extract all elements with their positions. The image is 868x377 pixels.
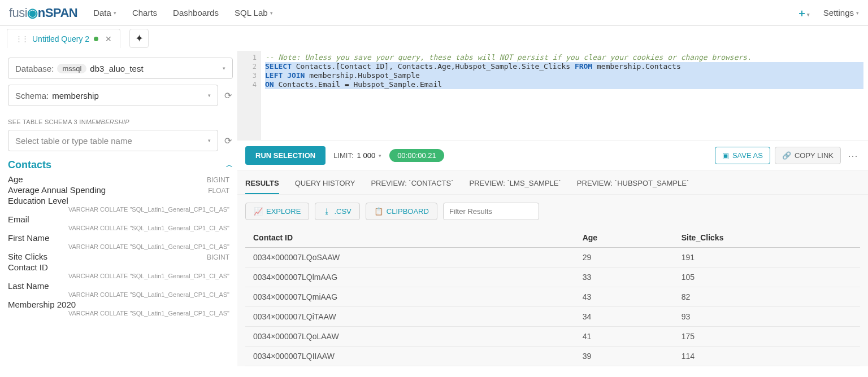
save-as-button[interactable]: ▣SAVE AS: [715, 147, 770, 164]
table-row[interactable]: 0034×000007LQmiAAG4382: [245, 287, 860, 307]
column-header[interactable]: Contact ID: [245, 228, 575, 248]
table-row[interactable]: 0034×000007LQIIAAW39114: [245, 347, 860, 366]
nav-dashboards[interactable]: Dashboards: [173, 8, 219, 17]
filter-results-input[interactable]: [443, 203, 539, 220]
drag-icon: ⋮⋮: [15, 34, 28, 43]
chevron-down-icon: ▾: [208, 93, 211, 98]
copy-link-button[interactable]: 🔗COPY LINK: [775, 147, 841, 164]
globe-icon: ◉: [27, 6, 38, 20]
sidebar: Database: mssql db3_aluo_test ▾ Schema: …: [0, 51, 237, 366]
column-row[interactable]: Education Level: [8, 196, 229, 205]
result-tab[interactable]: RESULTS: [245, 179, 279, 194]
nav-items: Data ▾ChartsDashboardsSQL Lab ▾: [93, 8, 797, 17]
chevron-down-icon: ▾: [208, 138, 211, 143]
refresh-icon[interactable]: ⟳: [223, 90, 233, 101]
chevron-down-icon: ▾: [223, 65, 225, 71]
chart-icon: 📈: [254, 207, 263, 216]
clipboard-button[interactable]: 📋CLIPBOARD: [366, 203, 437, 220]
chevron-up-icon: ︿: [226, 160, 233, 170]
database-select[interactable]: Database: mssql db3_aluo_test ▾: [8, 58, 233, 79]
sql-editor[interactable]: 1234 -- Note: Unless you save your query…: [237, 51, 868, 140]
settings-menu[interactable]: Settings ▾: [823, 8, 859, 17]
close-icon[interactable]: ✕: [105, 34, 112, 43]
link-icon: 🔗: [782, 151, 791, 160]
table-row[interactable]: 0034×000007LQoSAAW29191: [245, 248, 860, 268]
column-row[interactable]: Contact ID: [8, 262, 229, 272]
db-engine-chip: mssql: [57, 64, 86, 73]
column-row[interactable]: Last Name: [8, 281, 229, 291]
column-row[interactable]: Site ClicksBIGINT: [8, 252, 229, 261]
table-select[interactable]: Select table or type table name ▾: [8, 130, 218, 151]
table-row[interactable]: 0034×000007LQlmAAG33105: [245, 268, 860, 287]
line-gutter: 1234: [238, 51, 261, 140]
result-tab[interactable]: QUERY HISTORY: [295, 179, 355, 194]
save-icon: ▣: [722, 151, 729, 160]
query-tab[interactable]: ⋮⋮ Untitled Query 2 ✕: [7, 29, 120, 48]
csv-button[interactable]: ⭳.CSV: [315, 203, 359, 220]
unsaved-dot-icon: [94, 37, 98, 41]
results-table: Contact IDAgeSite_Clicks 0034×000007LQoS…: [245, 228, 860, 366]
plus-icon[interactable]: ＋▾: [797, 6, 810, 20]
refresh-icon[interactable]: ⟳: [223, 135, 233, 146]
nav-charts[interactable]: Charts: [132, 8, 157, 17]
column-row[interactable]: Email: [8, 214, 229, 224]
more-icon[interactable]: ⋯: [845, 150, 860, 162]
limit-select[interactable]: LIMIT: 1 000 ▾: [333, 151, 381, 160]
logo[interactable]: fusi◉nSPAN: [9, 6, 77, 20]
run-bar: RUN SELECTION LIMIT: 1 000 ▾ 00:00:00.21…: [237, 140, 868, 171]
schema-select[interactable]: Schema: membership ▾: [8, 85, 218, 106]
download-icon: ⭳: [323, 207, 331, 216]
workspace: 1234 -- Note: Unless you save your query…: [237, 51, 868, 366]
add-tab-button[interactable]: ✦: [129, 29, 149, 48]
elapsed-time: 00:00:00.21: [389, 149, 444, 162]
see-schema-label: SEE TABLE SCHEMA 3 INMEMBERSHIP: [8, 119, 233, 125]
column-row[interactable]: First Name: [8, 233, 229, 243]
table-expand-toggle[interactable]: Contacts ︿: [8, 159, 233, 171]
result-tools: 📈EXPLORE ⭳.CSV 📋CLIPBOARD: [237, 195, 868, 228]
tab-title: Untitled Query 2: [32, 34, 89, 43]
code-area[interactable]: -- Note: Unless you save your query, the…: [261, 51, 868, 140]
column-row[interactable]: Average Annual SpendingFLOAT: [8, 185, 229, 195]
result-tab[interactable]: PREVIEW: `CONTACTS`: [371, 179, 453, 194]
result-tab[interactable]: PREVIEW: `LMS_SAMPLE`: [470, 179, 561, 194]
result-tab[interactable]: PREVIEW: `HUBSPOT_SAMPLE`: [577, 179, 689, 194]
table-row[interactable]: 0034×000007LQiTAAW3493: [245, 307, 860, 327]
run-button[interactable]: RUN SELECTION: [245, 146, 326, 165]
column-list: AgeBIGINTAverage Annual SpendingFLOATEdu…: [8, 174, 233, 318]
column-header[interactable]: Site_Clicks: [674, 228, 860, 248]
result-tabs: RESULTSQUERY HISTORYPREVIEW: `CONTACTS`P…: [237, 171, 868, 195]
top-nav: fusi◉nSPAN Data ▾ChartsDashboardsSQL Lab…: [0, 0, 868, 26]
clipboard-icon: 📋: [374, 207, 383, 216]
chevron-down-icon: ▾: [379, 153, 381, 159]
column-row[interactable]: Membership 2020: [8, 300, 229, 309]
column-header[interactable]: Age: [575, 228, 674, 248]
explore-button[interactable]: 📈EXPLORE: [245, 203, 309, 220]
tabs-row: ⋮⋮ Untitled Query 2 ✕ ✦: [0, 26, 868, 51]
column-row[interactable]: AgeBIGINT: [8, 174, 229, 184]
nav-data[interactable]: Data ▾: [93, 8, 116, 17]
nav-sql-lab[interactable]: SQL Lab ▾: [235, 8, 273, 17]
table-row[interactable]: 0034×000007LQoLAAW41175: [245, 327, 860, 347]
